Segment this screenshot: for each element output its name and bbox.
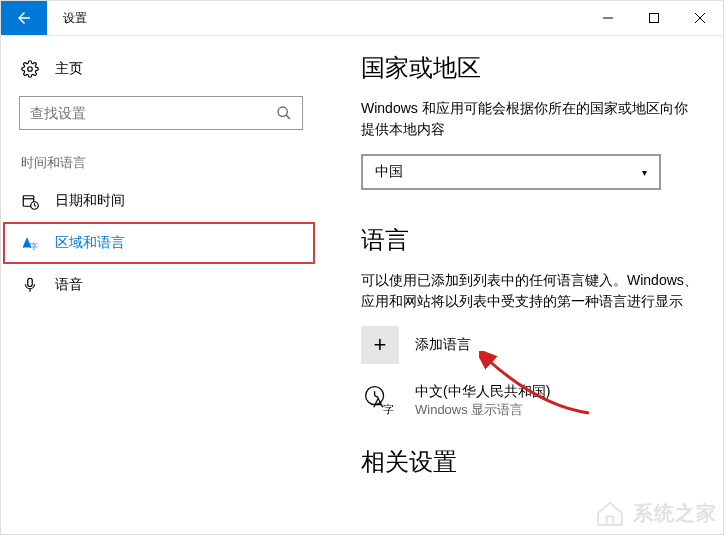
sidebar: 主页 时间和语言 日期和时间 字 区域和语言 语音: [1, 36, 321, 534]
window-title: 设置: [47, 1, 87, 35]
related-heading: 相关设置: [361, 446, 699, 478]
maximize-icon: [649, 13, 659, 23]
svg-text:字: 字: [30, 242, 38, 251]
arrow-left-icon: [15, 9, 33, 27]
chevron-down-icon: ▾: [642, 167, 647, 178]
language-icon: 字: [21, 234, 39, 252]
close-button[interactable]: [677, 1, 723, 35]
minimize-button[interactable]: [585, 1, 631, 35]
country-selected: 中国: [375, 163, 403, 181]
svg-rect-13: [28, 278, 33, 286]
svg-line-17: [375, 396, 379, 398]
country-dropdown[interactable]: 中国 ▾: [361, 154, 661, 190]
svg-point-4: [28, 67, 33, 72]
search-input[interactable]: [30, 105, 276, 121]
calendar-clock-icon: [21, 192, 39, 210]
close-icon: [695, 13, 705, 23]
home-nav[interactable]: 主页: [1, 52, 321, 86]
svg-rect-1: [650, 14, 659, 23]
region-heading: 国家或地区: [361, 52, 699, 84]
sidebar-item-label: 语音: [55, 276, 83, 294]
sidebar-item-label: 区域和语言: [55, 234, 125, 252]
language-description: 可以使用已添加到列表中的任何语言键入。Windows、应用和网站将以列表中受支持…: [361, 270, 699, 312]
microphone-icon: [21, 276, 39, 294]
svg-line-6: [286, 115, 290, 119]
language-item-sub: Windows 显示语言: [415, 401, 550, 419]
sidebar-item-label: 日期和时间: [55, 192, 125, 210]
region-description: Windows 和应用可能会根据你所在的国家或地区向你提供本地内容: [361, 98, 699, 140]
home-label: 主页: [55, 60, 83, 78]
sidebar-item-speech[interactable]: 语音: [1, 264, 321, 306]
language-item-name: 中文(中华人民共和国): [415, 383, 550, 401]
sidebar-item-region-language[interactable]: 字 区域和语言: [3, 222, 315, 264]
add-language-label: 添加语言: [415, 336, 471, 354]
svg-point-5: [278, 107, 287, 116]
search-box[interactable]: [19, 96, 303, 130]
sidebar-section-title: 时间和语言: [1, 134, 321, 180]
minimize-icon: [603, 13, 613, 23]
back-button[interactable]: [1, 1, 47, 35]
plus-icon: +: [361, 326, 399, 364]
add-language-button[interactable]: + 添加语言: [361, 326, 699, 364]
language-item-icon: 字: [361, 382, 399, 420]
search-icon: [276, 105, 292, 121]
svg-text:字: 字: [383, 403, 394, 415]
maximize-button[interactable]: [631, 1, 677, 35]
language-item[interactable]: 字 中文(中华人民共和国) Windows 显示语言: [361, 382, 699, 420]
titlebar: 设置: [1, 1, 723, 36]
gear-icon: [21, 60, 39, 78]
main-panel: 国家或地区 Windows 和应用可能会根据你所在的国家或地区向你提供本地内容 …: [321, 36, 723, 534]
language-heading: 语言: [361, 224, 699, 256]
svg-line-11: [35, 206, 37, 207]
sidebar-item-datetime[interactable]: 日期和时间: [1, 180, 321, 222]
